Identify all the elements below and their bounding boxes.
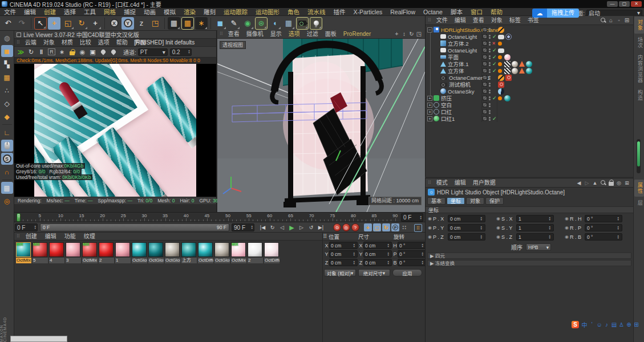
pick-region-icon[interactable]: ▣: [88, 47, 98, 56]
keyframe-dot-icon[interactable]: ◉: [565, 216, 569, 221]
layer-box[interactable]: [483, 96, 487, 100]
record-parameter-toggle[interactable]: P: [391, 223, 399, 231]
redo-icon[interactable]: ↷: [15, 17, 28, 30]
camera-tag-icon[interactable]: [505, 75, 512, 81]
menubar-item-7[interactable]: 动画: [140, 8, 160, 16]
sogou-logo-icon[interactable]: S: [572, 321, 579, 328]
expand-icon[interactable]: +: [427, 116, 432, 121]
layer-box[interactable]: [483, 48, 487, 52]
apply-button[interactable]: 应用: [392, 269, 422, 276]
panel-tab-构造[interactable]: 构造: [634, 87, 644, 104]
object-row[interactable]: +口红: [426, 108, 633, 115]
coordinate-system-icon[interactable]: ◳: [149, 17, 161, 30]
keyframe-selection-icon[interactable]: ?: [351, 223, 359, 231]
fold-section[interactable]: ▶ 冻结变换: [427, 260, 631, 266]
stepper-arrows-icon[interactable]: ▲▼: [34, 225, 37, 230]
menubar-item-19[interactable]: 脚本: [447, 8, 467, 16]
expand-icon[interactable]: +: [427, 103, 432, 108]
panel-grip-icon[interactable]: ⠿: [220, 31, 223, 36]
panel-grip-icon[interactable]: ⠿: [323, 233, 327, 239]
tab-坐标[interactable]: 坐标: [447, 197, 465, 205]
attribute-menu-1[interactable]: 编辑: [451, 179, 469, 187]
sky-tag-icon[interactable]: [498, 88, 504, 95]
keyframe-dot-icon[interactable]: ◉: [565, 225, 569, 230]
visibility-dots[interactable]: [489, 89, 491, 93]
layer-box[interactable]: [483, 116, 487, 121]
enable-check[interactable]: ×: [492, 40, 497, 46]
menubar-item-16[interactable]: X-Particles: [350, 8, 387, 16]
layer-box[interactable]: [483, 68, 487, 73]
panel-tab-层[interactable]: 层: [634, 197, 644, 209]
attribute-field[interactable]: 0 °▲▼: [585, 224, 622, 231]
stepper-arrows-icon[interactable]: ▲▼: [422, 252, 424, 256]
expand-icon[interactable]: +: [427, 96, 432, 101]
stepper-arrows-icon[interactable]: ▲▼: [617, 226, 620, 230]
channel-dropdown[interactable]: PT ▾: [138, 48, 168, 56]
visibility-dots[interactable]: [489, 109, 491, 114]
enable-axis-icon[interactable]: ∟: [1, 127, 13, 139]
panel-tab-属性[interactable]: 属性: [634, 180, 644, 197]
menubar-item-20[interactable]: 窗口: [467, 8, 487, 16]
history-back-icon[interactable]: ◀: [575, 179, 583, 187]
viewport-menu-3[interactable]: 选项: [285, 30, 303, 38]
object-row[interactable]: OctaneSky: [426, 88, 633, 95]
octane-tag-icon[interactable]: [498, 27, 504, 33]
size-z-field[interactable]: 0 cm▲▼: [363, 259, 392, 266]
visibility-dots[interactable]: [489, 103, 491, 107]
panel-tab-内容浏览器[interactable]: 内容浏览器: [634, 52, 644, 86]
stepper-arrows-icon[interactable]: ▲▼: [387, 243, 390, 248]
viewport-menu-2[interactable]: 显示: [267, 30, 285, 38]
attribute-menu-2[interactable]: 用户数据: [469, 179, 499, 187]
attribute-menu-0[interactable]: 模式: [433, 179, 451, 187]
layer-box[interactable]: [483, 34, 487, 39]
record-rotation-toggle[interactable]: ↻: [382, 223, 390, 231]
stepper-arrows-icon[interactable]: ▲▼: [353, 260, 356, 265]
object-row[interactable]: +口红1✓: [426, 115, 633, 122]
search-icon[interactable]: [599, 179, 607, 187]
move-icon[interactable]: +: [48, 17, 60, 30]
stepper-arrows-icon[interactable]: ▲▼: [353, 252, 356, 256]
texture-gray-tag-icon[interactable]: [512, 61, 518, 67]
deformer-icon[interactable]: ◖: [269, 17, 281, 30]
track-icon[interactable]: ◎: [615, 179, 623, 187]
layer-box[interactable]: [483, 55, 487, 59]
chinese-mode-icon[interactable]: 中: [581, 320, 588, 329]
stepper-arrows-icon[interactable]: ▲▼: [617, 217, 620, 221]
menubar-item-21[interactable]: 帮助: [487, 8, 507, 16]
material-swatch[interactable]: OctDiffu: [264, 242, 280, 263]
object-menu-4[interactable]: 标签: [506, 17, 524, 25]
pan-icon[interactable]: +: [393, 30, 400, 38]
material-swatch[interactable]: MIXOctMix: [230, 242, 247, 263]
layer-box[interactable]: [483, 41, 487, 46]
camera-icon[interactable]: [296, 17, 309, 30]
viewport-menu-4[interactable]: 过滤: [303, 30, 322, 38]
layer-box[interactable]: [483, 27, 487, 32]
stepper-arrows-icon[interactable]: ▲▼: [549, 226, 552, 230]
scale-icon[interactable]: ◱: [62, 17, 74, 30]
order-dropdown[interactable]: HPB ▾: [526, 243, 551, 251]
pause-icon[interactable]: ‖: [37, 47, 46, 56]
maximize-button[interactable]: ▢: [619, 1, 630, 7]
lock-resolution-icon[interactable]: [67, 47, 77, 56]
menubar-item-17[interactable]: RealFlow: [386, 8, 419, 16]
render-region-icon[interactable]: R: [47, 47, 56, 56]
menubar-item-6[interactable]: 捕捉: [120, 8, 140, 16]
search-icon[interactable]: [599, 17, 607, 25]
material-swatch[interactable]: 上方: [181, 242, 197, 263]
light-tag-icon[interactable]: [498, 35, 504, 39]
material-swatch[interactable]: OctGlos: [131, 242, 148, 263]
workplane-lock-icon[interactable]: ▩: [1, 182, 13, 194]
orbit-icon[interactable]: ↻: [408, 30, 415, 38]
light-icon[interactable]: [310, 17, 322, 30]
rotation-p-field[interactable]: 0 °▲▼: [398, 250, 426, 258]
environment-icon[interactable]: ▦: [282, 17, 295, 30]
octane-dot-tag-icon[interactable]: [498, 96, 502, 100]
layer-box[interactable]: [483, 75, 487, 80]
object-menu-2[interactable]: 查看: [469, 17, 488, 25]
texture-pink-tag-icon[interactable]: [504, 54, 511, 60]
stepper-arrows-icon[interactable]: ▲▼: [617, 235, 620, 239]
add-panel-icon[interactable]: ⊞: [623, 17, 631, 25]
stepper-arrows-icon[interactable]: ▲▼: [480, 226, 483, 230]
menubar-item-18[interactable]: Octane: [419, 8, 447, 16]
emoji-icon[interactable]: ☺: [596, 321, 603, 328]
